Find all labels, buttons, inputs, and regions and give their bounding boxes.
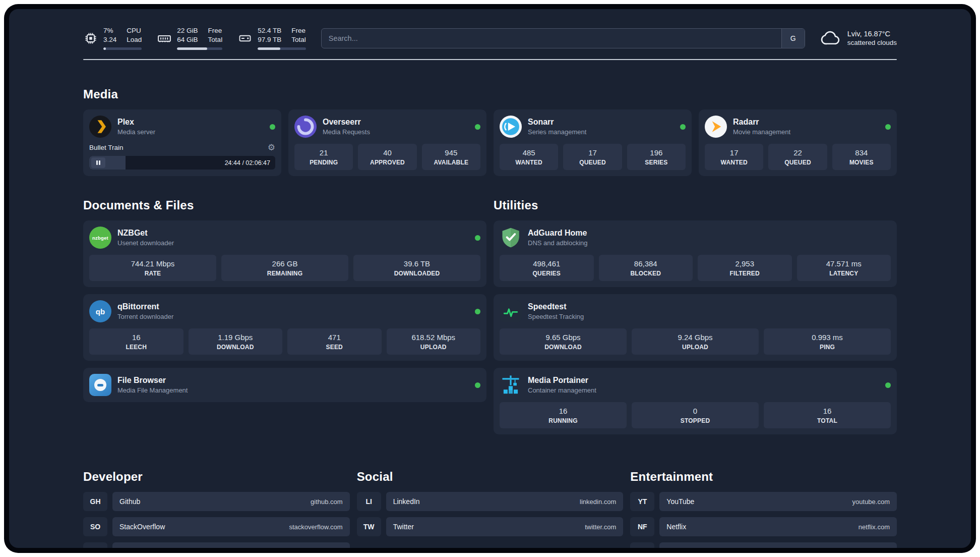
stat-label: LEECH (91, 344, 181, 351)
cpu-progress-bar (103, 47, 142, 50)
disk-total-label: Total (291, 35, 306, 44)
stat-tile: 618.52 Mbps UPLOAD (387, 328, 481, 355)
stat-tile: 17 QUEUED (563, 144, 622, 170)
bookmark-name: Twitter (393, 523, 414, 531)
stat-label: PENDING (296, 159, 351, 166)
search-engine-button[interactable]: G (781, 29, 805, 48)
section-social: Social LI LinkedIn linkedin.com TW Twitt… (357, 470, 624, 548)
stat-value: 0.993 ms (766, 333, 889, 342)
weather-condition: scattered clouds (847, 39, 897, 46)
bookmark-stackoverflow[interactable]: SO StackOverflow stackoverflow.com (83, 517, 350, 536)
stat-label: LATENCY (799, 270, 889, 277)
bookmark-netflix[interactable]: NF Netflix netflix.com (630, 517, 897, 536)
section-developer: Developer GH Github github.com SO StackO… (83, 470, 350, 548)
app-name: Overseerr (323, 118, 469, 127)
app-card-portainer[interactable]: Media Portainer Container management 16 … (494, 368, 897, 434)
stat-tile: 2,953 FILTERED (698, 255, 792, 281)
section-entertainment: Entertainment YT YouTube youtube.com NF … (630, 470, 897, 548)
disk-progress-fill (258, 47, 280, 50)
search-bar: G (321, 28, 805, 48)
bookmark-twitter[interactable]: TW Twitter twitter.com (357, 517, 624, 536)
app-desc: Container management (528, 386, 879, 394)
app-card-plex[interactable]: Plex Media server Bullet Train ⚙ (83, 109, 281, 176)
weather-widget: Lviv, 16.87°C scattered clouds (820, 29, 897, 48)
search-input[interactable] (322, 29, 781, 48)
dashboard-app: 7% 3.24 CPU Load (9, 9, 971, 548)
top-bar: 7% 3.24 CPU Load (83, 26, 897, 50)
ram-total-value: 64 GiB (177, 35, 198, 44)
app-card-radarr[interactable]: Radarr Movie management 17 WANTED 22 QUE… (699, 109, 897, 176)
bookmark-youtube[interactable]: YT YouTube youtube.com (630, 492, 897, 511)
bookmark-dev[interactable]: DT DEV dev.to (83, 542, 350, 548)
app-card-overseerr[interactable]: Overseerr Media Requests 21 PENDING 40 A… (288, 109, 486, 176)
stat-label: SERIES (629, 159, 684, 166)
header-divider (83, 59, 897, 60)
cpu-label: CPU (127, 26, 142, 35)
stat-value: 47.571 ms (799, 259, 889, 268)
ram-memory-icon (157, 31, 172, 46)
app-card-filebrowser[interactable]: File Browser Media File Management (83, 368, 486, 402)
section-title-social: Social (357, 470, 624, 484)
stat-value: 16 (91, 333, 181, 342)
stat-label: FILTERED (700, 270, 790, 277)
stat-tile: 16 RUNNING (500, 402, 627, 428)
section-title-entertainment: Entertainment (630, 470, 897, 484)
app-card-nzbget[interactable]: nzbget NZBGet Usenet downloader 744.21 M… (83, 220, 486, 287)
app-desc: Movie management (733, 128, 879, 136)
stat-tile: 17 WANTED (705, 144, 763, 170)
app-desc: Speedtest Tracking (528, 313, 891, 320)
bookmark-github[interactable]: GH Github github.com (83, 492, 350, 511)
app-name: Sonarr (528, 118, 674, 127)
stat-label: DOWNLOADED (355, 270, 478, 277)
disk-free-value: 52.4 TB (258, 26, 281, 35)
stat-label: QUERIES (502, 270, 592, 277)
stat-label: RUNNING (502, 417, 625, 424)
stat-tile: 21 PENDING (294, 144, 353, 170)
app-card-qbittorrent[interactable]: qb qBittorrent Torrent downloader 16 LEE… (83, 294, 486, 361)
stat-value: 744.21 Mbps (91, 259, 214, 268)
stat-label: REMAINING (223, 270, 346, 277)
bookmark-name: StackOverflow (119, 523, 165, 531)
bookmark-name: Github (119, 497, 140, 506)
cpu-widget: 7% 3.24 CPU Load (83, 26, 142, 50)
stat-value: 196 (629, 148, 684, 157)
bookmark-reddit[interactable]: RE Reddit reddit.com (630, 542, 897, 548)
section-utilities: Utilities AdGuard Home (494, 198, 897, 434)
stat-value: 16 (502, 407, 625, 415)
bookmark-url: github.com (311, 498, 343, 506)
bookmark-name: LinkedIn (393, 497, 420, 506)
stat-tile: 266 GB REMAINING (221, 255, 348, 281)
app-name: Plex (117, 118, 264, 127)
status-dot (475, 124, 480, 130)
stat-label: AVAILABLE (424, 159, 478, 166)
app-name: Media Portainer (528, 376, 879, 385)
stat-label: QUEUED (770, 159, 825, 166)
stat-value: 471 (289, 333, 380, 342)
bookmark-url: netflix.com (859, 523, 890, 531)
disk-total-value: 97.9 TB (258, 35, 281, 44)
bookmark-abbr: YT (630, 492, 654, 511)
app-card-sonarr[interactable]: Sonarr Series management 485 WANTED 17 Q… (494, 109, 692, 176)
bookmark-linkedin[interactable]: LI LinkedIn linkedin.com (357, 492, 624, 511)
stat-label: DOWNLOAD (502, 344, 625, 351)
app-card-speedtest[interactable]: Speedtest Speedtest Tracking 9.65 Gbps D… (494, 294, 897, 361)
playback-progress-bar[interactable]: 24:44 / 02:06:47 (89, 156, 275, 170)
stat-tile: 471 SEED (287, 328, 382, 355)
settings-gear-icon[interactable]: ⚙ (268, 143, 275, 152)
pause-button[interactable] (91, 157, 105, 168)
plex-icon (89, 116, 111, 138)
stat-value: 485 (502, 148, 556, 157)
stat-label: APPROVED (360, 159, 414, 166)
radarr-icon (705, 116, 727, 138)
app-name: Speedtest (528, 302, 891, 311)
stat-value: 16 (766, 407, 889, 415)
stat-tile: 16 TOTAL (764, 402, 891, 428)
stat-label: UPLOAD (389, 344, 479, 351)
bookmark-abbr: GH (83, 492, 107, 511)
bookmark-abbr: LI (357, 492, 381, 511)
app-card-adguard[interactable]: AdGuard Home DNS and adblocking 498,461 … (494, 220, 897, 287)
portainer-icon (500, 374, 522, 396)
cpu-usage-value: 7% (103, 26, 116, 35)
now-playing-title: Bullet Train (89, 144, 124, 151)
search-engine-label: G (790, 34, 796, 42)
